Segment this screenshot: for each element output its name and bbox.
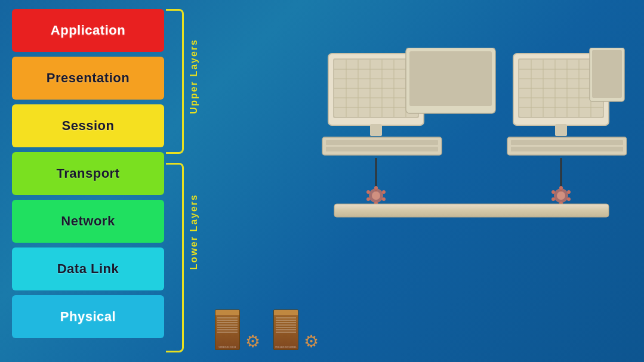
svg-point-28 xyxy=(366,190,370,194)
svg-rect-58 xyxy=(334,204,609,217)
layer-application-label: Application xyxy=(51,23,125,38)
svg-rect-19 xyxy=(409,51,492,106)
gear-icon-1: ⚙ xyxy=(245,333,260,350)
layer-datalink: Data Link xyxy=(12,247,164,290)
gear-icon-2: ⚙ xyxy=(304,333,319,350)
layer-physical-label: Physical xyxy=(60,309,116,324)
brackets-container: Upper Layers Lower Layers xyxy=(166,9,202,355)
svg-point-51 xyxy=(557,191,565,200)
svg-rect-15 xyxy=(322,137,442,155)
layer-datalink-label: Data Link xyxy=(57,261,119,277)
svg-rect-17 xyxy=(326,147,438,151)
upper-layers-bracket xyxy=(166,9,184,154)
layer-transport: Transport xyxy=(12,152,164,195)
computers-illustration xyxy=(316,48,627,274)
lower-layers-label: Lower Layers xyxy=(189,194,199,270)
svg-point-52 xyxy=(559,186,563,190)
svg-point-25 xyxy=(382,197,386,201)
layer-session-label: Session xyxy=(62,118,115,134)
svg-point-23 xyxy=(374,186,378,190)
svg-point-22 xyxy=(372,191,380,200)
svg-point-24 xyxy=(382,190,386,194)
svg-rect-14 xyxy=(370,124,382,136)
svg-point-56 xyxy=(551,197,555,201)
svg-point-53 xyxy=(567,190,571,194)
data-icon-2: 0011101010110011 ⚙ xyxy=(273,308,320,351)
svg-rect-45 xyxy=(511,140,623,145)
layer-physical: Physical xyxy=(12,295,164,338)
data-icons-area: 0001010110011 ⚙ xyxy=(215,308,320,351)
lower-layers-bracket xyxy=(166,163,184,352)
layer-presentation: Presentation xyxy=(12,57,164,100)
layer-application: Application xyxy=(12,9,164,52)
svg-rect-43 xyxy=(555,124,567,136)
upper-layers-label: Upper Layers xyxy=(189,39,199,114)
svg-point-54 xyxy=(567,197,571,201)
layers-panel: Application Presentation Session Transpo… xyxy=(12,9,173,343)
main-container: Application Presentation Session Transpo… xyxy=(0,0,644,362)
layer-presentation-label: Presentation xyxy=(47,70,130,86)
svg-rect-44 xyxy=(507,137,627,155)
svg-rect-48 xyxy=(592,50,622,98)
layer-network: Network xyxy=(12,200,164,243)
layer-transport-label: Transport xyxy=(57,166,120,181)
svg-point-27 xyxy=(366,197,370,201)
data-icon-1: 0001010110011 ⚙ xyxy=(215,308,261,351)
layer-network-label: Network xyxy=(61,214,115,229)
svg-rect-16 xyxy=(326,140,438,145)
layer-session: Session xyxy=(12,104,164,147)
svg-point-57 xyxy=(551,190,555,194)
svg-rect-46 xyxy=(511,147,623,151)
